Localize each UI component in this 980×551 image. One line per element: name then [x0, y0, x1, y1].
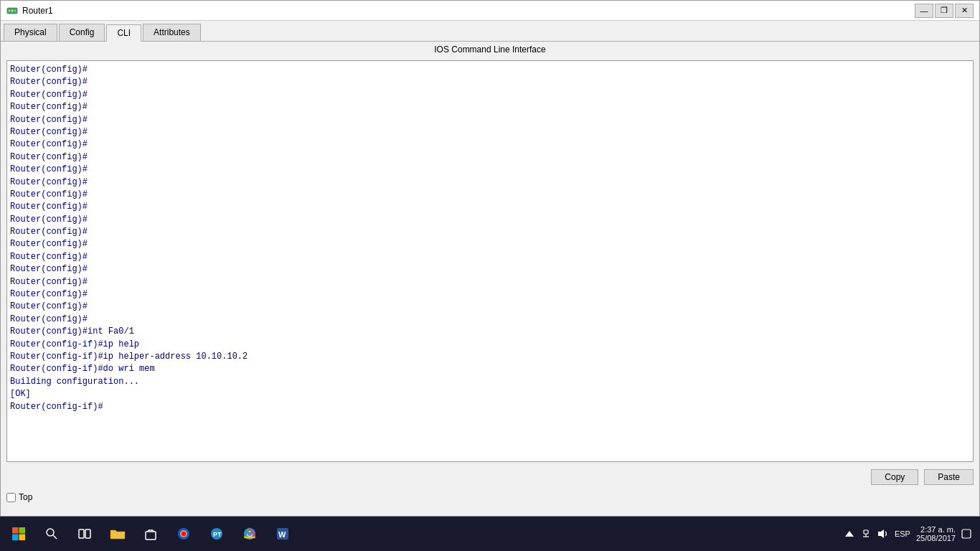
titlebar-left: Router1 [6, 5, 53, 17]
terminal-line: Router(config)# [10, 251, 970, 263]
windows-logo-icon [11, 527, 26, 541]
taskbar: PT W [0, 517, 980, 551]
terminal-line: Router(config)# [10, 214, 970, 226]
speaker-icon [877, 529, 889, 539]
paste-button[interactable]: Paste [924, 469, 974, 485]
terminal-line: Router(config)# [10, 276, 970, 288]
terminal-line: Router(config)# [10, 76, 970, 88]
svg-rect-28 [962, 529, 971, 538]
terminal-wrapper: Router(config)#Router(config)#Router(con… [6, 60, 974, 462]
main-window: Router1 — ❐ ✕ Physical Config CLI Attrib… [0, 0, 980, 517]
taskbar-search-button[interactable] [36, 518, 67, 550]
svg-line-9 [53, 535, 57, 539]
terminal-line: Router(config-if)#do wri mem [10, 363, 970, 375]
terminal-line: Router(config)# [10, 89, 970, 101]
terminal-line: Router(config-if)# [10, 401, 970, 413]
terminal-line: Router(config)# [10, 263, 970, 276]
svg-rect-5 [19, 527, 26, 534]
tab-config[interactable]: Config [59, 24, 105, 41]
svg-point-2 [11, 9, 13, 11]
taskbar-date: 25/08/2017 [916, 534, 956, 542]
terminal-line: Router(config)# [10, 301, 970, 313]
svg-point-1 [9, 9, 10, 11]
terminal-line: Router(config)# [10, 114, 970, 126]
firefox-icon [176, 527, 191, 541]
terminal-line: Router(config)# [10, 126, 970, 138]
network-icon [860, 529, 872, 539]
svg-rect-10 [79, 529, 84, 538]
terminal-line: Router(config)# [10, 138, 970, 151]
taskbar-store-button[interactable] [135, 518, 166, 550]
terminal-line: Router(config)# [10, 189, 970, 201]
top-checkbox[interactable] [6, 493, 16, 502]
svg-marker-27 [878, 529, 884, 538]
tab-cli[interactable]: CLI [106, 24, 141, 42]
svg-point-8 [47, 529, 54, 536]
svg-text:PT: PT [213, 531, 222, 538]
terminal-line: Router(config)# [10, 101, 970, 113]
svg-rect-4 [12, 527, 19, 534]
chrome-icon [242, 527, 257, 541]
start-button[interactable] [3, 518, 34, 550]
terminal-line: [OK] [10, 388, 970, 400]
tab-physical[interactable]: Physical [4, 24, 57, 41]
minimize-button[interactable]: — [915, 4, 933, 18]
taskbar-right: ESP 2:37 a. m. 25/08/2017 [844, 525, 977, 542]
tab-attributes[interactable]: Attributes [143, 24, 201, 41]
search-icon [45, 527, 58, 540]
packettracer-icon: PT [209, 527, 224, 541]
word-icon: W [275, 527, 290, 541]
svg-text:W: W [278, 530, 286, 539]
terminal-line: Router(config-if)#ip help [10, 339, 970, 351]
svg-rect-24 [864, 530, 868, 534]
svg-point-3 [14, 9, 16, 11]
taskbar-packettracer-button[interactable]: PT [201, 518, 232, 550]
svg-rect-6 [12, 534, 19, 541]
cli-section-title: IOS Command Line Interface [1, 42, 979, 57]
router-icon [6, 5, 18, 17]
taskbar-clock: 2:37 a. m. 25/08/2017 [916, 525, 956, 542]
top-label[interactable]: Top [19, 492, 32, 502]
terminal-line: Router(config)# [10, 176, 970, 189]
terminal-line: Router(config)# [10, 64, 970, 76]
store-icon [144, 527, 157, 540]
svg-rect-12 [146, 532, 156, 540]
terminal-line: Router(config)# [10, 314, 970, 326]
svg-point-15 [182, 532, 186, 536]
taskbar-explorer-button[interactable] [102, 518, 133, 550]
titlebar: Router1 — ❐ ✕ [1, 1, 979, 21]
tab-bar: Physical Config CLI Attributes [1, 21, 979, 42]
terminal-line: Router(config)#int Fa0/1 [10, 326, 970, 338]
maximize-button[interactable]: ❐ [935, 4, 953, 18]
copy-button[interactable]: Copy [871, 469, 918, 485]
taskbar-word-button[interactable]: W [267, 518, 298, 550]
taskbar-language: ESP [895, 529, 910, 538]
taskbar-time: 2:37 a. m. [920, 525, 956, 534]
terminal-line: Router(config)# [10, 164, 970, 176]
close-button[interactable]: ✕ [955, 4, 974, 18]
taskbar-firefox-button[interactable] [168, 518, 199, 550]
svg-rect-7 [19, 534, 26, 541]
taskview-icon [78, 527, 91, 540]
terminal-line: Router(config)# [10, 226, 970, 238]
terminal-line: Router(config)# [10, 201, 970, 213]
terminal-line: Router(config-if)#ip helper-address 10.1… [10, 351, 970, 363]
svg-rect-11 [85, 529, 90, 538]
folder-icon [110, 527, 126, 540]
terminal-line: Router(config)# [10, 238, 970, 250]
terminal-output[interactable]: Router(config)#Router(config)#Router(con… [7, 61, 973, 461]
notification-icon[interactable] [961, 529, 971, 539]
terminal-line: Router(config)# [10, 288, 970, 301]
button-row: Copy Paste [1, 465, 979, 489]
taskbar-taskview-button[interactable] [69, 518, 100, 550]
terminal-line: Router(config)# [10, 151, 970, 164]
checkbox-row: Top [1, 489, 979, 505]
titlebar-controls: — ❐ ✕ [915, 4, 974, 18]
chevron-up-icon[interactable] [844, 529, 854, 539]
window-title: Router1 [22, 6, 53, 16]
terminal-line: Building configuration... [10, 376, 970, 388]
svg-marker-23 [845, 531, 854, 537]
taskbar-chrome-button[interactable] [234, 518, 265, 550]
